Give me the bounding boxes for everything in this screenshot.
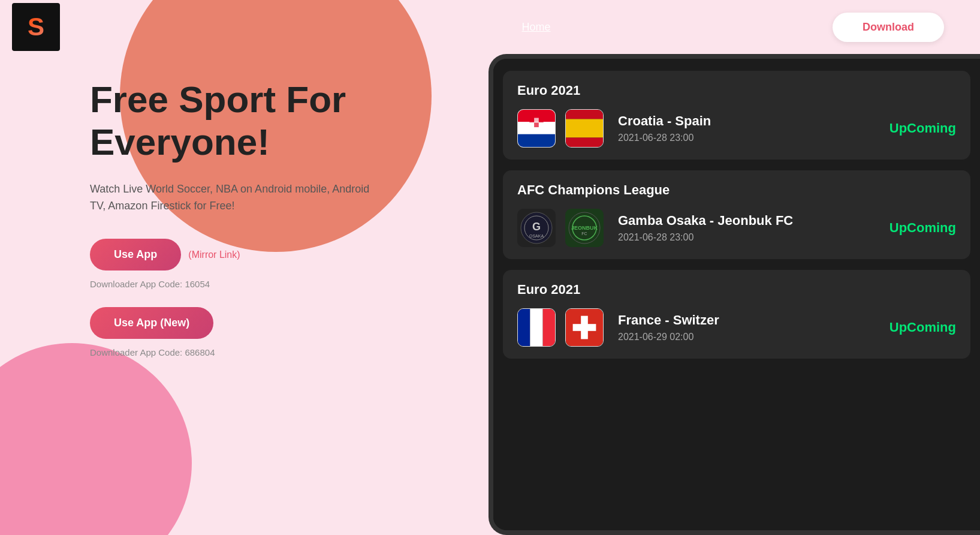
hero-subtitle: Watch Live World Soccer, NBA on Android …: [90, 181, 378, 215]
svg-rect-22: [543, 309, 555, 346]
logo-letter: S: [28, 13, 44, 41]
svg-rect-25: [573, 324, 596, 331]
upcoming-badge-2: UpComing: [889, 320, 956, 335]
svg-rect-6: [529, 122, 534, 127]
use-app-new-button[interactable]: Use App (New): [90, 307, 213, 339]
svg-rect-20: [518, 309, 530, 346]
upcoming-badge-1: UpComing: [889, 220, 956, 236]
match-info-0: Croatia - Spain 2021-06-28 23:00: [618, 113, 880, 143]
league-title-0: Euro 2021: [517, 83, 956, 98]
match-teams-0: Croatia - Spain: [618, 113, 880, 129]
match-card-2[interactable]: Euro 2021: [503, 270, 970, 359]
nav-home[interactable]: Home: [521, 21, 550, 34]
svg-rect-5: [539, 118, 544, 123]
svg-rect-2: [518, 134, 555, 147]
svg-rect-3: [529, 118, 534, 123]
hero-content: Free Sport For Everyone! Watch Live Worl…: [90, 78, 462, 375]
flag-croatia: [517, 109, 556, 148]
match-row-1: G OSAKA JEONBUK FC Gamba Osaka - Jeon: [517, 209, 956, 247]
match-teams-2: France - Switzer: [618, 312, 880, 328]
league-title-2: Euro 2021: [517, 282, 956, 297]
match-row-2: France - Switzer 2021-06-29 02:00 UpComi…: [517, 308, 956, 347]
match-time-0: 2021-06-28 23:00: [618, 133, 880, 143]
match-row-0: Croatia - Spain 2021-06-28 23:00 UpComin…: [517, 109, 956, 148]
svg-rect-7: [534, 122, 539, 127]
svg-text:G: G: [532, 221, 541, 233]
svg-rect-10: [566, 119, 603, 138]
match-time-2: 2021-06-29 02:00: [618, 332, 880, 342]
svg-rect-4: [534, 118, 539, 123]
logo: S: [12, 3, 60, 51]
downloader-code-1: Downloader App Code: 16054: [90, 279, 462, 289]
phone-mockup: Euro 2021: [489, 54, 980, 535]
download-button[interactable]: Download: [833, 13, 944, 42]
upcoming-badge-0: UpComing: [889, 121, 956, 136]
svg-rect-8: [539, 122, 544, 127]
header: S Home Download: [0, 0, 980, 54]
phone-inner: Euro 2021: [493, 59, 980, 530]
svg-rect-9: [566, 110, 603, 119]
match-teams-1: Gamba Osaka - Jeonbuk FC: [618, 213, 880, 229]
svg-rect-11: [566, 138, 603, 148]
use-app-row: Use App (Mirror Link): [90, 239, 462, 270]
match-time-1: 2021-06-28 23:00: [618, 232, 880, 243]
svg-text:OSAKA: OSAKA: [529, 234, 544, 238]
svg-text:JEONBUK: JEONBUK: [571, 225, 598, 231]
flag-france: [517, 308, 556, 347]
match-card-1[interactable]: AFC Champions League G OSAKA: [503, 170, 970, 259]
downloader-code-2: Downloader App Code: 686804: [90, 347, 462, 357]
league-title-1: AFC Champions League: [517, 182, 956, 198]
match-card-0[interactable]: Euro 2021: [503, 71, 970, 160]
hero-title: Free Sport For Everyone!: [90, 78, 462, 164]
svg-rect-21: [530, 309, 542, 346]
gamba-osaka-logo: G OSAKA: [517, 209, 556, 247]
nav: Home: [521, 21, 550, 34]
mirror-link[interactable]: (Mirror Link): [188, 250, 240, 260]
jeonbuk-logo: JEONBUK FC: [565, 209, 604, 247]
match-info-2: France - Switzer 2021-06-29 02:00: [618, 312, 880, 342]
flag-switzerland: [565, 308, 604, 347]
match-info-1: Gamba Osaka - Jeonbuk FC 2021-06-28 23:0…: [618, 213, 880, 243]
svg-text:FC: FC: [581, 232, 587, 236]
use-app-button[interactable]: Use App: [90, 239, 181, 270]
flag-spain: [565, 109, 604, 148]
